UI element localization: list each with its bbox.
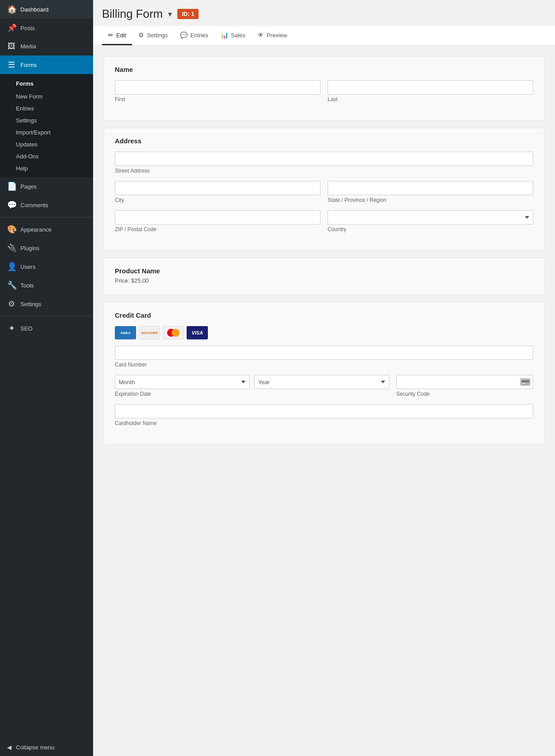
street-input[interactable] bbox=[115, 152, 533, 166]
tabs-bar: ✏ Edit ⚙ Settings 💬 Entries 📊 Sales 👁 Pr… bbox=[93, 26, 555, 46]
security-code-label: Security Code bbox=[396, 391, 533, 397]
card-number-row: Card Number bbox=[115, 346, 533, 368]
tab-entries[interactable]: 💬 Entries bbox=[174, 26, 214, 45]
tab-settings[interactable]: ⚙ Settings bbox=[132, 26, 174, 45]
sidebar-item-settings[interactable]: ⚙ Settings bbox=[0, 295, 93, 313]
forms-submenu-header: Forms bbox=[0, 77, 93, 91]
street-row: Street Address bbox=[115, 152, 533, 174]
plugins-icon: 🔌 bbox=[7, 243, 16, 253]
sidebar-item-tools[interactable]: 🔧 Tools bbox=[0, 276, 93, 295]
page-title: Billing Form bbox=[102, 7, 163, 21]
submenu-entries[interactable]: Entries bbox=[0, 102, 93, 114]
name-section: Name First Last bbox=[104, 56, 544, 121]
sidebar-item-users[interactable]: 👤 Users bbox=[0, 257, 93, 276]
card-number-input[interactable] bbox=[115, 346, 533, 360]
card-logos: AMEX DISCOVER VISA bbox=[115, 326, 533, 339]
mastercard-logo bbox=[163, 326, 184, 339]
submenu-updates[interactable]: Updates bbox=[0, 138, 93, 150]
year-select[interactable]: Year 2024 2025 2026 2027 2028 bbox=[254, 375, 389, 389]
id-badge: ID: 1 bbox=[177, 9, 199, 19]
sidebar-item-comments[interactable]: 💬 Comments bbox=[0, 196, 93, 214]
tab-edit[interactable]: ✏ Edit bbox=[102, 26, 132, 45]
posts-icon: 📌 bbox=[7, 23, 16, 33]
submenu-settings[interactable]: Settings bbox=[0, 114, 93, 126]
tab-settings-label: Settings bbox=[147, 32, 168, 39]
last-name-input[interactable] bbox=[328, 80, 533, 94]
users-icon: 👤 bbox=[7, 262, 16, 272]
product-section: Product Name Price: $25.00 bbox=[104, 258, 544, 295]
state-label: State / Province / Region bbox=[328, 197, 533, 203]
visa-logo: VISA bbox=[187, 326, 208, 339]
submenu-addons[interactable]: Add-Ons bbox=[0, 150, 93, 162]
edit-icon: ✏ bbox=[108, 32, 113, 39]
sidebar-item-label: Forms bbox=[20, 62, 37, 68]
tools-icon: 🔧 bbox=[7, 280, 16, 290]
sidebar-item-appearance[interactable]: 🎨 Appearance bbox=[0, 220, 93, 239]
tab-preview-label: Preview bbox=[266, 32, 287, 39]
city-label: City bbox=[115, 197, 320, 203]
name-section-title: Name bbox=[115, 66, 533, 73]
street-label: Street Address bbox=[115, 168, 533, 174]
security-wrapper bbox=[396, 375, 533, 389]
collapse-label: Collapse menu bbox=[16, 744, 55, 751]
svg-rect-0 bbox=[521, 379, 529, 385]
collapse-icon: ◀ bbox=[7, 744, 12, 751]
tab-entries-label: Entries bbox=[190, 32, 208, 39]
city-input[interactable] bbox=[115, 181, 320, 195]
expiration-col: Month January February March April May J… bbox=[115, 375, 389, 397]
expiration-label: Expiration Date bbox=[115, 391, 389, 397]
zip-country-row: ZIP / Postal Code United States Canada U… bbox=[115, 210, 533, 232]
forms-icon: ☰ bbox=[7, 60, 16, 70]
appearance-icon: 🎨 bbox=[7, 224, 16, 234]
name-row: First Last bbox=[115, 80, 533, 102]
state-col: State / Province / Region bbox=[328, 181, 533, 203]
sidebar-item-seo[interactable]: ✦ SEO bbox=[0, 319, 93, 338]
first-name-input[interactable] bbox=[115, 80, 320, 94]
submenu-help[interactable]: Help bbox=[0, 162, 93, 174]
security-code-input[interactable] bbox=[396, 375, 533, 389]
pages-icon: 📄 bbox=[7, 181, 16, 191]
sidebar-item-pages[interactable]: 📄 Pages bbox=[0, 177, 93, 196]
state-input[interactable] bbox=[328, 181, 533, 195]
country-select[interactable]: United States Canada United Kingdom bbox=[328, 210, 533, 224]
svg-rect-2 bbox=[522, 383, 526, 384]
sidebar-item-dashboard[interactable]: 🏠 Dashboard bbox=[0, 0, 93, 19]
credit-card-title: Credit Card bbox=[115, 311, 533, 319]
tab-sales-label: Sales bbox=[231, 32, 246, 39]
card-number-col: Card Number bbox=[115, 346, 533, 368]
security-col: Security Code bbox=[396, 375, 533, 397]
dashboard-icon: 🏠 bbox=[7, 4, 16, 14]
tab-preview[interactable]: 👁 Preview bbox=[251, 26, 293, 45]
product-price: Price: $25.00 bbox=[115, 277, 533, 284]
sidebar-item-forms[interactable]: ☰ Forms bbox=[0, 55, 93, 74]
forms-submenu: Forms New Form Entries Settings Import/E… bbox=[0, 74, 93, 177]
product-name: Product Name bbox=[115, 267, 533, 275]
title-chevron-icon[interactable]: ▾ bbox=[168, 9, 172, 19]
sidebar-item-label: Dashboard bbox=[20, 6, 49, 13]
sales-icon: 📊 bbox=[221, 32, 228, 39]
sidebar-item-plugins[interactable]: 🔌 Plugins bbox=[0, 239, 93, 257]
settings-icon: ⚙ bbox=[7, 299, 16, 309]
last-name-col: Last bbox=[328, 80, 533, 102]
collapse-menu-button[interactable]: ◀ Collapse menu bbox=[0, 739, 93, 756]
card-number-label: Card Number bbox=[115, 362, 533, 368]
tab-edit-label: Edit bbox=[116, 32, 126, 39]
country-label: Country bbox=[328, 226, 533, 232]
preview-icon: 👁 bbox=[258, 32, 264, 39]
security-card-icon bbox=[520, 378, 531, 386]
amex-logo: AMEX bbox=[115, 326, 136, 339]
month-select[interactable]: Month January February March April May J… bbox=[115, 375, 250, 389]
submenu-new-form[interactable]: New Form bbox=[0, 91, 93, 102]
submenu-import-export[interactable]: Import/Export bbox=[0, 126, 93, 138]
cardholder-name-input[interactable] bbox=[115, 404, 533, 418]
city-col: City bbox=[115, 181, 320, 203]
tab-sales[interactable]: 📊 Sales bbox=[215, 26, 252, 45]
zip-input[interactable] bbox=[115, 210, 320, 224]
zip-col: ZIP / Postal Code bbox=[115, 210, 320, 232]
discover-logo: DISCOVER bbox=[139, 326, 160, 339]
sidebar-item-label: Posts bbox=[20, 25, 35, 32]
sidebar-item-label: Comments bbox=[20, 202, 48, 209]
first-name-label: First bbox=[115, 96, 320, 102]
sidebar-item-posts[interactable]: 📌 Posts bbox=[0, 19, 93, 37]
sidebar-item-media[interactable]: 🖼 Media bbox=[0, 37, 93, 55]
